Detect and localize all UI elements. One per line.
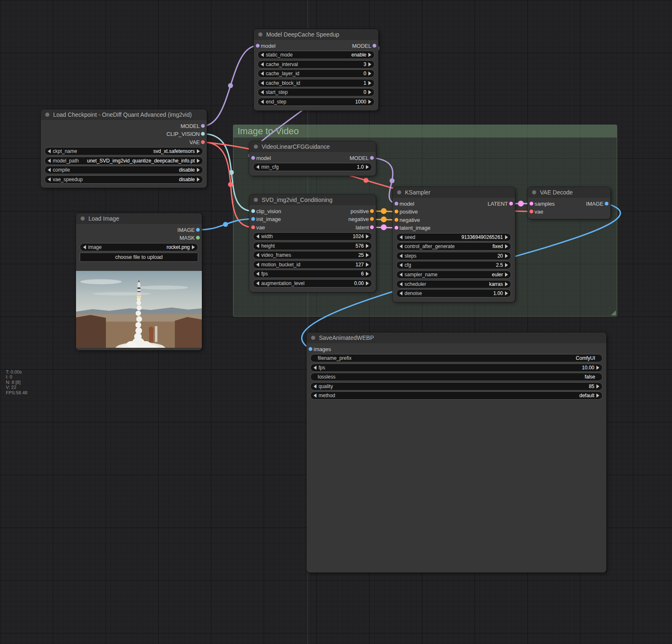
widget-filename-prefix[interactable]: filename_prefixComfyUI xyxy=(310,354,603,362)
widget-decrement-arrow[interactable] xyxy=(261,62,264,66)
widget-decrement-arrow[interactable] xyxy=(400,273,402,277)
widget-fps[interactable]: fps10.00 xyxy=(310,364,603,372)
widget-decrement-arrow[interactable] xyxy=(256,281,259,285)
collapse-dot[interactable] xyxy=(254,145,258,149)
widget-increment-arrow[interactable] xyxy=(505,291,508,295)
widget-decrement-arrow[interactable] xyxy=(314,366,316,370)
widget-quality[interactable]: quality85 xyxy=(310,382,603,391)
widget-increment-arrow[interactable] xyxy=(366,253,369,257)
widget-increment-arrow[interactable] xyxy=(596,384,599,388)
widget-increment-arrow[interactable] xyxy=(368,100,371,104)
images-input-port[interactable] xyxy=(309,347,312,351)
node-model-deepcache-speedup[interactable]: Model DeepCache SpeedupmodelMODELstatic_… xyxy=(254,29,378,111)
widget-decrement-arrow[interactable] xyxy=(400,244,402,248)
group-resize-handle[interactable] xyxy=(611,310,616,315)
widget-decrement-arrow[interactable] xyxy=(256,234,259,238)
latent-output-port[interactable] xyxy=(509,202,513,205)
collapse-dot[interactable] xyxy=(397,190,401,194)
widget-denoise[interactable]: denoise1.00 xyxy=(396,289,511,297)
widget-increment-arrow[interactable] xyxy=(197,177,200,182)
widget-steps[interactable]: steps20 xyxy=(396,252,511,260)
widget-cache-layer-id[interactable]: cache_layer_id0 xyxy=(258,69,375,78)
model-input-port[interactable] xyxy=(256,44,260,47)
widget-scheduler[interactable]: schedulerkarras xyxy=(396,280,511,288)
widget-start-step[interactable]: start_step0 xyxy=(258,88,375,96)
widget-increment-arrow[interactable] xyxy=(192,245,195,249)
widget-image[interactable]: imagerocket.png xyxy=(80,243,198,251)
widget-increment-arrow[interactable] xyxy=(368,90,371,94)
model-output-port[interactable] xyxy=(201,124,205,128)
clip-vision-output-port[interactable] xyxy=(201,132,205,136)
node-videolinearcfgguidance[interactable]: VideoLinearCFGGuidancemodelMODELmin_cfg1… xyxy=(249,141,376,176)
widget-decrement-arrow[interactable] xyxy=(400,254,402,258)
node-saveanimatedwebp[interactable]: SaveAnimatedWEBPimagesfilename_prefixCom… xyxy=(307,332,606,573)
clip-vision-input-port[interactable] xyxy=(251,209,255,213)
widget-augmentation-level[interactable]: augmentation_level0.00 xyxy=(253,279,372,288)
widget-vae-speedup[interactable]: vae_speedupdisable xyxy=(44,175,203,184)
model-output-port[interactable] xyxy=(373,44,376,47)
widget-decrement-arrow[interactable] xyxy=(400,263,402,267)
widget-increment-arrow[interactable] xyxy=(368,81,371,85)
widget-cache-block-id[interactable]: cache_block_id1 xyxy=(258,79,375,87)
widget-decrement-arrow[interactable] xyxy=(261,90,264,94)
widget-increment-arrow[interactable] xyxy=(366,244,369,248)
node-ksampler[interactable]: KSamplermodelLATENTpositivenegativelaten… xyxy=(392,187,515,302)
widget-increment-arrow[interactable] xyxy=(197,159,200,163)
widget-method[interactable]: methoddefault xyxy=(310,391,603,400)
widget-decrement-arrow[interactable] xyxy=(83,245,86,249)
widget-compile[interactable]: compiledisable xyxy=(44,166,203,174)
widget-decrement-arrow[interactable] xyxy=(48,159,51,163)
widget-increment-arrow[interactable] xyxy=(505,263,508,267)
vae-input-port[interactable] xyxy=(251,225,255,229)
widget-model-path[interactable]: model_pathunet_SVD_img2vid_quantize_deep… xyxy=(44,157,203,165)
widget-choose-file-to-upload[interactable]: choose file to upload xyxy=(80,253,198,262)
collapse-dot[interactable] xyxy=(254,198,258,202)
widget-increment-arrow[interactable] xyxy=(505,282,508,286)
widget-increment-arrow[interactable] xyxy=(366,165,369,169)
collapse-dot[interactable] xyxy=(311,336,315,340)
vae-input-port[interactable] xyxy=(530,210,533,214)
widget-lossless[interactable]: losslessfalse xyxy=(310,373,603,381)
widget-decrement-arrow[interactable] xyxy=(48,177,51,182)
init-image-input-port[interactable] xyxy=(251,217,255,221)
samples-input-port[interactable] xyxy=(530,202,533,205)
node-svd-img2vid-conditioning[interactable]: SVD_img2vid_Conditioningclip_visionposit… xyxy=(249,194,376,292)
positive-output-port[interactable] xyxy=(370,209,374,213)
collapse-dot[interactable] xyxy=(258,32,262,37)
widget-increment-arrow[interactable] xyxy=(197,149,200,153)
widget-motion-bucket-id[interactable]: motion_bucket_id127 xyxy=(253,261,372,269)
widget-decrement-arrow[interactable] xyxy=(400,235,402,239)
widget-decrement-arrow[interactable] xyxy=(256,165,259,169)
widget-width[interactable]: width1024 xyxy=(253,232,372,241)
widget-decrement-arrow[interactable] xyxy=(314,384,316,388)
vae-output-port[interactable] xyxy=(201,140,205,144)
widget-increment-arrow[interactable] xyxy=(368,71,371,76)
image-output-port[interactable] xyxy=(196,228,200,231)
model-input-port[interactable] xyxy=(251,156,255,160)
widget-increment-arrow[interactable] xyxy=(596,393,599,398)
widget-ckpt-name[interactable]: ckpt_namesvd_xt.safetensors xyxy=(44,147,203,155)
widget-sampler-name[interactable]: sampler_nameeuler xyxy=(396,270,511,279)
widget-min-cfg[interactable]: min_cfg1.0 xyxy=(253,163,372,171)
widget-increment-arrow[interactable] xyxy=(366,234,369,238)
widget-decrement-arrow[interactable] xyxy=(261,71,264,76)
widget-increment-arrow[interactable] xyxy=(366,281,369,285)
node-load-image[interactable]: Load ImageIMAGEMASKimagerocket.pngchoose… xyxy=(76,213,202,350)
widget-video-frames[interactable]: video_frames25 xyxy=(253,251,372,259)
widget-decrement-arrow[interactable] xyxy=(400,282,402,286)
widget-fps[interactable]: fps6 xyxy=(253,270,372,278)
positive-input-port[interactable] xyxy=(395,210,398,214)
widget-increment-arrow[interactable] xyxy=(505,254,508,258)
widget-height[interactable]: height576 xyxy=(253,242,372,250)
negative-output-port[interactable] xyxy=(370,217,374,221)
widget-increment-arrow[interactable] xyxy=(368,62,371,66)
model-input-port[interactable] xyxy=(395,202,398,205)
widget-decrement-arrow[interactable] xyxy=(256,272,259,276)
model-output-port[interactable] xyxy=(370,156,374,160)
image-output-port[interactable] xyxy=(605,202,608,205)
latent-output-port[interactable] xyxy=(370,225,374,229)
negative-input-port[interactable] xyxy=(395,218,398,221)
widget-decrement-arrow[interactable] xyxy=(314,393,316,398)
node-graph-canvas[interactable]: Image to Video Model DeepCache Speedupmo… xyxy=(0,0,672,644)
widget-decrement-arrow[interactable] xyxy=(256,244,259,248)
